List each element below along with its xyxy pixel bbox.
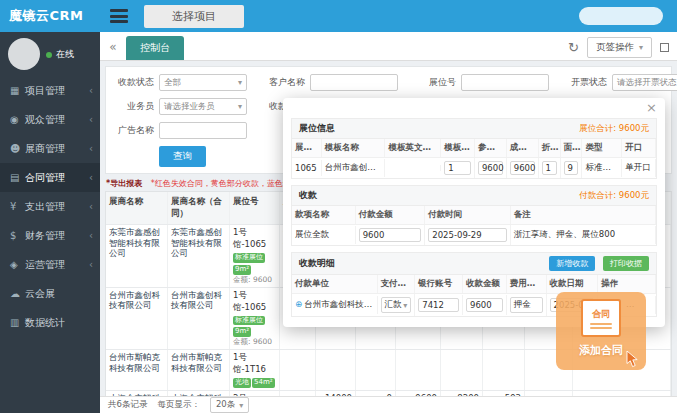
booth-opening: 单开口 bbox=[622, 159, 656, 177]
booth-info-row: 1065 台州市鑫创科技有限… 1 9600 9600 1 9 标准展位 单开口 bbox=[292, 158, 656, 178]
booth-total: 展位合计: 9600元 bbox=[579, 123, 649, 135]
payment-date-input[interactable]: 2025-09-29 bbox=[428, 228, 507, 242]
topbar-search-input[interactable] bbox=[579, 7, 663, 25]
booth-area-badge: 9m² bbox=[233, 327, 251, 337]
chevron-left-icon: ‹ bbox=[89, 172, 93, 183]
close-icon[interactable]: × bbox=[646, 101, 657, 114]
sidebar-item-project[interactable]: ▦ 项目管理 ‹ bbox=[0, 76, 100, 105]
column-header: 模板名称 bbox=[322, 139, 386, 157]
tab-console[interactable]: 控制台 bbox=[126, 36, 184, 60]
column-header: 展位号 bbox=[230, 192, 280, 224]
template-en-name bbox=[385, 165, 441, 171]
payment-remark: 浙江享琦、押金、展位800 bbox=[511, 226, 656, 244]
per-page-select[interactable]: 20条 ▾ bbox=[210, 397, 249, 413]
table-header: 展位号 模板名称 模板英文名称 模板数量 参考价 成交价 折扣 面积 类型 开口 bbox=[292, 139, 656, 158]
chevron-left-icon: ‹ bbox=[89, 201, 93, 212]
sidebar-item-label: 财务管理 bbox=[25, 229, 89, 243]
ad-name-input[interactable] bbox=[159, 122, 247, 139]
chevron-left-icon: ‹ bbox=[89, 114, 93, 125]
discount-input[interactable]: 1 bbox=[542, 161, 557, 175]
booth-number[interactable]: 1号馆-1T16 bbox=[233, 352, 276, 376]
customer-name-input[interactable] bbox=[310, 74, 398, 91]
tab-operations-button[interactable]: 页签操作 ▾ bbox=[587, 37, 652, 58]
amount-cell bbox=[316, 350, 356, 390]
app-window: 魔镜云CRM 选择项目 在线 ▦ 项目管理 ‹ ◉ 观众管理 ‹ ☻ 展商管理 … bbox=[0, 0, 677, 413]
contract-name: 东莞市鑫感创智能科技有限公司 bbox=[168, 225, 230, 287]
contract-name: 台州市斯帕克科技有限公司 bbox=[168, 350, 230, 390]
column-header: 面积 bbox=[561, 139, 583, 157]
online-label: 在线 bbox=[56, 48, 74, 61]
record-count: 共6条记录 bbox=[108, 399, 147, 411]
delete-button[interactable]: 删除 bbox=[651, 299, 656, 311]
payment-status-select[interactable]: 全部 ▾ bbox=[159, 74, 247, 91]
column-header: 款项名称 bbox=[292, 206, 356, 224]
exhibitor-name: 台州市斯帕克科技有限公司 bbox=[106, 350, 168, 390]
refresh-icon[interactable]: ↻ bbox=[568, 40, 579, 55]
booth-amount: 金额: 9600 bbox=[233, 337, 276, 347]
column-header: 参考价 bbox=[475, 139, 507, 157]
column-header: 银行账号 bbox=[415, 275, 463, 293]
filter-label: 开票状态 bbox=[559, 76, 607, 89]
booth-type-badge: 光地 bbox=[233, 378, 251, 388]
collapse-sidebar-icon[interactable]: « bbox=[100, 40, 126, 60]
hamburger-menu-icon[interactable] bbox=[110, 9, 128, 23]
sidebar-item-statistics[interactable]: ▥ 数据统计 bbox=[0, 308, 100, 337]
select-project-button[interactable]: 选择项目 bbox=[144, 5, 244, 28]
salesman-select[interactable]: 请选择业务员 ▾ bbox=[159, 98, 247, 115]
booth-number[interactable]: 1号馆-1065 bbox=[233, 227, 276, 251]
fullscreen-icon[interactable] bbox=[660, 43, 669, 52]
legend-note-red: *红色失效合同，黄色部分收款，蓝色全款 bbox=[151, 179, 299, 188]
contract-name: 台州市鑫创科技有限公司 bbox=[168, 288, 230, 350]
area-input[interactable]: 9 bbox=[564, 161, 579, 175]
pay-method-select[interactable]: 汇款▾ bbox=[381, 297, 412, 313]
column-header: 操作 bbox=[598, 275, 656, 293]
column-header: 折扣 bbox=[539, 139, 561, 157]
payer-name: 台州市鑫创科技有限公司 bbox=[304, 299, 377, 309]
section-title: 收款明细 bbox=[299, 257, 335, 270]
add-receipt-button[interactable]: 新增收款 bbox=[549, 256, 595, 271]
payment-amount-input[interactable]: 9600 bbox=[359, 228, 422, 242]
chart-icon: ▥ bbox=[10, 317, 25, 328]
export-report-link[interactable]: *导出报表 bbox=[106, 179, 142, 188]
sidebar-item-label: 数据统计 bbox=[25, 316, 93, 330]
filter-label: 展位号 bbox=[408, 76, 456, 89]
search-button[interactable]: 查询 bbox=[159, 146, 206, 167]
amount-cell bbox=[356, 350, 396, 390]
sidebar-item-operations[interactable]: ◈ 运营管理 ‹ bbox=[0, 250, 100, 279]
chevron-down-icon: ▾ bbox=[403, 301, 407, 310]
sidebar-item-audience[interactable]: ◉ 观众管理 ‹ bbox=[0, 105, 100, 134]
document-icon: ▤ bbox=[10, 172, 25, 183]
invoice-status-value: 请选择开票状态 bbox=[617, 77, 677, 89]
exhibitor-name: 东莞市鑫感创智能科技有限公司 bbox=[106, 225, 168, 287]
sidebar-item-finance[interactable]: $ 财务管理 ‹ bbox=[0, 221, 100, 250]
filter-label: 业务员 bbox=[106, 100, 154, 113]
reference-price-input[interactable]: 9600 bbox=[478, 161, 503, 175]
invoice-status-select[interactable]: 请选择开票状态 ▾ bbox=[612, 74, 677, 91]
expand-icon[interactable]: ⊕ bbox=[295, 299, 302, 309]
booth-number-input[interactable] bbox=[461, 74, 549, 91]
sidebar-item-contract[interactable]: ▤ 合同管理 ‹ bbox=[0, 163, 100, 192]
bank-account-input[interactable]: 7412 bbox=[418, 298, 459, 312]
print-receipt-button[interactable]: 打印收据 bbox=[603, 256, 649, 271]
deal-price-input[interactable]: 9600 bbox=[510, 161, 535, 175]
add-contract-button[interactable]: 添加合同 bbox=[579, 343, 623, 358]
receipt-amount-input[interactable]: 9600 bbox=[466, 298, 503, 312]
column-header: 开口 bbox=[622, 139, 656, 157]
column-header: 费用项目 bbox=[507, 275, 547, 293]
receipt-detail-section-header: 收款明细 新增收款 打印收据 bbox=[291, 252, 657, 275]
column-header: 备注 bbox=[511, 206, 656, 224]
sidebar-item-expenditure[interactable]: ¥ 支出管理 ‹ bbox=[0, 192, 100, 221]
user-icon: ☻ bbox=[10, 143, 25, 154]
sidebar-item-exhibitor[interactable]: ☻ 展商管理 ‹ bbox=[0, 134, 100, 163]
column-header: 展位号 bbox=[292, 139, 322, 157]
avatar[interactable] bbox=[8, 38, 40, 70]
template-qty-input[interactable]: 1 bbox=[444, 161, 471, 175]
booth-number[interactable]: 1号馆-1065 bbox=[233, 290, 276, 314]
chevron-left-icon: ‹ bbox=[89, 230, 93, 241]
sidebar-item-label: 云会展 bbox=[25, 287, 93, 301]
sidebar-item-cloud-expo[interactable]: ☁ 云会展 bbox=[0, 279, 100, 308]
cloud-icon: ☁ bbox=[10, 288, 25, 299]
fee-item-input[interactable]: 押金 bbox=[510, 297, 543, 313]
payment-status-value: 全部 bbox=[164, 77, 181, 89]
sidebar-item-label: 展商管理 bbox=[25, 142, 89, 156]
